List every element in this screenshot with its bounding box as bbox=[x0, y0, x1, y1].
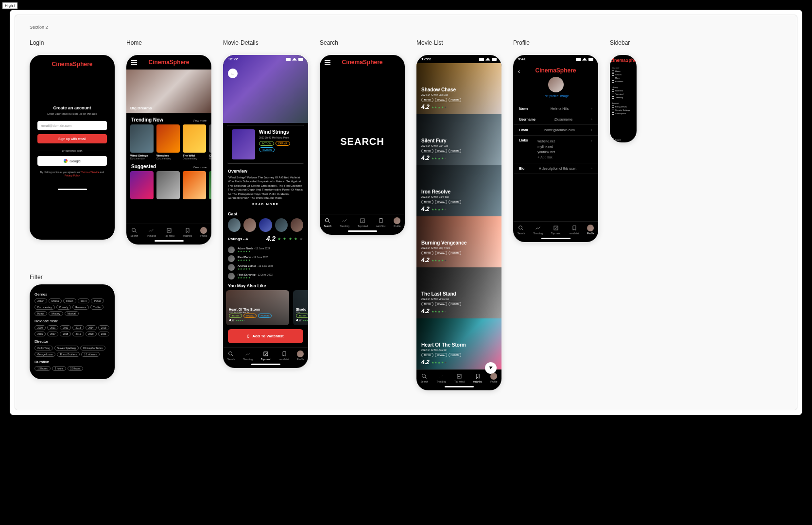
nav-trending[interactable]: Trending bbox=[146, 227, 156, 237]
movie-card[interactable]: Silent Fury2024 1h 42 Min Ean GasACTIOND… bbox=[416, 114, 501, 165]
filter-chip[interactable]: 2019 bbox=[72, 332, 84, 336]
filter-chip[interactable]: Cathy Yang bbox=[35, 346, 53, 350]
poster-card[interactable]: The WildDocumentary bbox=[183, 124, 206, 160]
genre-chip[interactable]: ACTION bbox=[259, 141, 274, 146]
nav-trending[interactable]: Trending bbox=[436, 373, 446, 383]
filter-chip[interactable]: Russo Brothers bbox=[57, 352, 79, 357]
filter-chip[interactable]: Documentary bbox=[35, 305, 55, 310]
cast-avatar[interactable] bbox=[291, 218, 303, 232]
sidebar-item[interactable]: Search bbox=[612, 73, 635, 76]
nav-trending[interactable]: Trending bbox=[340, 217, 349, 228]
add-watchlist-button[interactable]: ▯ Add To Watchlist bbox=[228, 329, 303, 343]
add-link-button[interactable]: + Add link bbox=[537, 155, 591, 160]
movie-card[interactable]: Heart Of The Storm2022 1h 42 Min Ava Sin… bbox=[416, 318, 501, 369]
menu-icon[interactable] bbox=[131, 60, 137, 65]
filter-chip[interactable]: 2021 bbox=[98, 332, 109, 336]
filter-chip[interactable]: 1.5 hours bbox=[35, 366, 51, 371]
poster-card[interactable] bbox=[183, 171, 206, 199]
filter-chip[interactable]: Comedy bbox=[56, 305, 71, 310]
nav-top rated[interactable]: Top rated bbox=[164, 227, 174, 237]
filter-chip[interactable]: 2 hours bbox=[52, 366, 66, 371]
filter-chip[interactable]: 2010 bbox=[35, 325, 46, 330]
privacy-link[interactable]: Privacy Policy bbox=[65, 174, 80, 177]
sidebar-item[interactable]: Home bbox=[612, 70, 635, 73]
profile-link[interactable]: website.net bbox=[537, 139, 591, 144]
read-more-button[interactable]: READ MORE bbox=[223, 200, 308, 209]
poster-card[interactable]: CloseMo bbox=[209, 124, 211, 160]
filter-chip[interactable]: J.J. Abrams bbox=[81, 352, 100, 357]
nav-profile[interactable]: Profile bbox=[200, 227, 207, 237]
filter-chip[interactable]: Steven Spielberg bbox=[54, 346, 79, 350]
filter-chip[interactable]: Christopher Nolan bbox=[80, 346, 105, 350]
poster-card[interactable] bbox=[130, 171, 154, 199]
filter-chip[interactable]: 2013 bbox=[72, 325, 84, 330]
cast-avatar[interactable] bbox=[275, 218, 288, 232]
filter-chip[interactable]: George Lucas bbox=[35, 352, 55, 357]
nav-top rated[interactable]: Top rated bbox=[261, 350, 271, 361]
filter-chip[interactable]: 2014 bbox=[86, 325, 97, 330]
nav-watchlist[interactable]: watchlist bbox=[376, 217, 385, 228]
email-input[interactable]: email@domain.com bbox=[37, 121, 107, 130]
hero-banner[interactable]: Big Dreams bbox=[126, 70, 211, 113]
genre-chip[interactable]: FICTION bbox=[259, 147, 275, 152]
movie-card[interactable]: Iron Resolve2023 1h 42 Min Dam TeelACTIO… bbox=[416, 165, 501, 216]
view-more-link[interactable]: View more bbox=[193, 119, 207, 122]
filter-chip[interactable]: 2015 bbox=[98, 325, 109, 330]
cast-avatar[interactable] bbox=[228, 218, 241, 232]
recommendation-card[interactable]: Heart Of The Storm2022 1h 42 Min Ava Sin… bbox=[226, 290, 289, 325]
filter-chip[interactable]: Horror bbox=[35, 311, 47, 316]
filter-chip[interactable]: Fiction bbox=[63, 298, 76, 303]
nav-profile[interactable]: Profile bbox=[587, 225, 594, 235]
profile-row[interactable]: NameHelena Hills› bbox=[513, 104, 598, 114]
filter-fab[interactable] bbox=[485, 362, 497, 374]
profile-row[interactable]: Username@username› bbox=[513, 114, 598, 125]
sidebar-item[interactable]: More bbox=[612, 76, 635, 80]
filter-chip[interactable]: Mystery bbox=[49, 311, 63, 316]
filter-chip[interactable]: 2020 bbox=[86, 332, 97, 336]
filter-chip[interactable]: Romance bbox=[72, 305, 88, 310]
filter-chip[interactable]: Period bbox=[91, 298, 104, 303]
recommendation-card[interactable]: Shado2024 ACTIONDRAMAFICTION4.2★★★★★ bbox=[293, 290, 308, 325]
nav-search[interactable]: Search bbox=[421, 373, 429, 383]
menu-icon[interactable] bbox=[325, 60, 330, 65]
nav-search[interactable]: Search bbox=[518, 225, 525, 235]
genre-chip[interactable]: DRAMA bbox=[276, 141, 290, 146]
tos-link[interactable]: Terms of Service bbox=[81, 171, 99, 174]
logout-button[interactable]: Logout bbox=[612, 138, 635, 141]
sidebar-item[interactable]: Billing Details bbox=[612, 105, 635, 108]
nav-watchlist[interactable]: watchlist bbox=[473, 373, 482, 383]
nav-profile[interactable]: Profile bbox=[297, 350, 304, 361]
back-button[interactable]: ← bbox=[228, 69, 238, 78]
nav-top rated[interactable]: Top rated bbox=[454, 373, 465, 383]
nav-trending[interactable]: Trending bbox=[533, 225, 543, 235]
cast-avatar[interactable] bbox=[259, 218, 272, 232]
movie-card[interactable]: The Last Stand2023 1h 42 Min Vince DelAC… bbox=[416, 267, 501, 318]
nav-watchlist[interactable]: watchlist bbox=[183, 227, 192, 237]
filter-chip[interactable]: Drama bbox=[49, 298, 62, 303]
filter-chip[interactable]: Action bbox=[35, 298, 47, 303]
sidebar-item[interactable]: Watchlist bbox=[612, 89, 635, 92]
poster-card[interactable] bbox=[209, 171, 211, 199]
filter-chip[interactable]: 2018 bbox=[60, 332, 71, 336]
profile-row[interactable]: Emailname@domain.com› bbox=[513, 125, 598, 136]
back-button[interactable]: ‹ bbox=[518, 68, 520, 75]
poster-card[interactable]: WondersDocumentary bbox=[156, 124, 180, 160]
sidebar-item[interactable]: Favorites bbox=[612, 80, 635, 83]
movie-card[interactable]: Burning Vengeance2023 1h 42 Min May Thom… bbox=[416, 216, 501, 267]
nav-profile[interactable]: Profile bbox=[394, 217, 400, 228]
nav-top rated[interactable]: Top rated bbox=[551, 225, 561, 235]
nav-profile[interactable]: Profile bbox=[490, 373, 497, 383]
profile-link[interactable]: mylink.net bbox=[537, 144, 591, 149]
nav-search[interactable]: Search bbox=[324, 217, 332, 228]
filter-chip[interactable]: 2011 bbox=[47, 325, 58, 330]
movie-card[interactable]: Shadow Chase2024 1h 42 Min Lan DalliACTI… bbox=[416, 63, 501, 114]
search-placeholder[interactable]: SEARCH bbox=[340, 136, 384, 147]
profile-avatar[interactable] bbox=[548, 77, 564, 92]
nav-trending[interactable]: Trending bbox=[243, 350, 253, 361]
nav-search[interactable]: Search bbox=[131, 227, 138, 237]
google-button[interactable]: Google bbox=[37, 156, 107, 166]
poster-card[interactable]: Wind StringsDocumentary bbox=[130, 124, 154, 160]
sidebar-item[interactable]: Security Settings bbox=[612, 108, 635, 112]
filter-chip[interactable]: 2017 bbox=[47, 332, 58, 336]
filter-chip[interactable]: Thriller bbox=[90, 305, 104, 310]
